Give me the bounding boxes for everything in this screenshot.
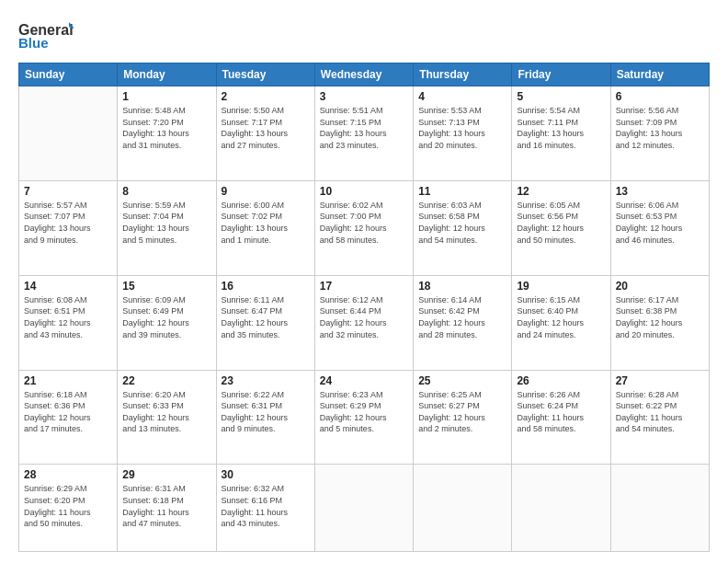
day-info: Sunrise: 6:05 AM Sunset: 6:56 PM Dayligh… (517, 200, 605, 246)
day-number: 23 (222, 374, 310, 387)
day-number: 20 (616, 280, 704, 293)
day-number: 16 (222, 280, 310, 293)
day-cell: 5Sunrise: 5:54 AM Sunset: 7:11 PM Daylig… (512, 86, 610, 181)
day-info: Sunrise: 6:31 AM Sunset: 6:18 PM Dayligh… (122, 483, 210, 529)
day-number: 8 (122, 185, 210, 198)
weekday-header-thursday: Thursday (414, 63, 512, 86)
day-cell: 27Sunrise: 6:28 AM Sunset: 6:22 PM Dayli… (610, 370, 709, 465)
weekday-header-monday: Monday (118, 63, 216, 86)
day-info: Sunrise: 6:22 AM Sunset: 6:31 PM Dayligh… (222, 389, 310, 435)
day-info: Sunrise: 6:18 AM Sunset: 6:36 PM Dayligh… (24, 389, 112, 435)
day-cell: 21Sunrise: 6:18 AM Sunset: 6:36 PM Dayli… (19, 370, 118, 465)
day-cell: 29Sunrise: 6:31 AM Sunset: 6:18 PM Dayli… (118, 465, 216, 552)
day-cell: 12Sunrise: 6:05 AM Sunset: 6:56 PM Dayli… (512, 180, 610, 275)
day-number: 2 (222, 90, 310, 103)
day-number: 21 (24, 374, 112, 387)
day-cell: 6Sunrise: 5:56 AM Sunset: 7:09 PM Daylig… (610, 86, 709, 181)
day-cell: 28Sunrise: 6:29 AM Sunset: 6:20 PM Dayli… (19, 465, 118, 552)
day-cell: 17Sunrise: 6:12 AM Sunset: 6:44 PM Dayli… (314, 275, 413, 370)
day-cell (414, 465, 512, 552)
day-cell: 18Sunrise: 6:14 AM Sunset: 6:42 PM Dayli… (414, 275, 512, 370)
day-cell: 16Sunrise: 6:11 AM Sunset: 6:47 PM Dayli… (216, 275, 314, 370)
day-info: Sunrise: 5:57 AM Sunset: 7:07 PM Dayligh… (24, 200, 112, 246)
week-row-5: 28Sunrise: 6:29 AM Sunset: 6:20 PM Dayli… (19, 465, 710, 552)
day-number: 11 (418, 185, 506, 198)
day-info: Sunrise: 5:54 AM Sunset: 7:11 PM Dayligh… (517, 105, 605, 151)
day-info: Sunrise: 5:48 AM Sunset: 7:20 PM Dayligh… (122, 105, 210, 151)
day-info: Sunrise: 5:51 AM Sunset: 7:15 PM Dayligh… (320, 105, 408, 151)
day-cell: 24Sunrise: 6:23 AM Sunset: 6:29 PM Dayli… (314, 370, 413, 465)
day-number: 4 (418, 90, 506, 103)
day-cell: 25Sunrise: 6:25 AM Sunset: 6:27 PM Dayli… (414, 370, 512, 465)
day-info: Sunrise: 6:23 AM Sunset: 6:29 PM Dayligh… (320, 389, 408, 435)
day-info: Sunrise: 6:28 AM Sunset: 6:22 PM Dayligh… (616, 389, 704, 435)
day-info: Sunrise: 6:29 AM Sunset: 6:20 PM Dayligh… (24, 483, 112, 529)
day-number: 17 (320, 280, 408, 293)
day-number: 6 (616, 90, 704, 103)
day-info: Sunrise: 6:09 AM Sunset: 6:49 PM Dayligh… (122, 294, 210, 340)
weekday-header-tuesday: Tuesday (216, 63, 314, 86)
weekday-header-wednesday: Wednesday (314, 63, 413, 86)
day-number: 19 (517, 280, 605, 293)
day-cell: 1Sunrise: 5:48 AM Sunset: 7:20 PM Daylig… (118, 86, 216, 181)
week-row-1: 1Sunrise: 5:48 AM Sunset: 7:20 PM Daylig… (19, 86, 710, 181)
weekday-header-row: SundayMondayTuesdayWednesdayThursdayFrid… (19, 63, 710, 86)
day-info: Sunrise: 6:03 AM Sunset: 6:58 PM Dayligh… (418, 200, 506, 246)
weekday-header-sunday: Sunday (19, 63, 118, 86)
day-cell: 10Sunrise: 6:02 AM Sunset: 7:00 PM Dayli… (314, 180, 413, 275)
day-cell: 9Sunrise: 6:00 AM Sunset: 7:02 PM Daylig… (216, 180, 314, 275)
day-number: 12 (517, 185, 605, 198)
day-info: Sunrise: 6:02 AM Sunset: 7:00 PM Dayligh… (320, 200, 408, 246)
day-info: Sunrise: 6:14 AM Sunset: 6:42 PM Dayligh… (418, 294, 506, 340)
day-number: 29 (122, 468, 210, 481)
day-number: 10 (320, 185, 408, 198)
week-row-3: 14Sunrise: 6:08 AM Sunset: 6:51 PM Dayli… (19, 275, 710, 370)
day-info: Sunrise: 6:15 AM Sunset: 6:40 PM Dayligh… (517, 294, 605, 340)
day-cell: 4Sunrise: 5:53 AM Sunset: 7:13 PM Daylig… (414, 86, 512, 181)
day-cell: 19Sunrise: 6:15 AM Sunset: 6:40 PM Dayli… (512, 275, 610, 370)
day-cell: 2Sunrise: 5:50 AM Sunset: 7:17 PM Daylig… (216, 86, 314, 181)
day-cell: 8Sunrise: 5:59 AM Sunset: 7:04 PM Daylig… (118, 180, 216, 275)
day-number: 18 (418, 280, 506, 293)
day-number: 30 (222, 468, 310, 481)
day-number: 15 (122, 280, 210, 293)
day-number: 28 (24, 468, 112, 481)
day-info: Sunrise: 6:32 AM Sunset: 6:16 PM Dayligh… (222, 483, 310, 529)
day-info: Sunrise: 6:25 AM Sunset: 6:27 PM Dayligh… (418, 389, 506, 435)
day-number: 27 (616, 374, 704, 387)
header: GeneralBlue (18, 15, 710, 53)
day-info: Sunrise: 5:56 AM Sunset: 7:09 PM Dayligh… (616, 105, 704, 151)
day-cell: 30Sunrise: 6:32 AM Sunset: 6:16 PM Dayli… (216, 465, 314, 552)
day-info: Sunrise: 5:50 AM Sunset: 7:17 PM Dayligh… (222, 105, 310, 151)
day-info: Sunrise: 6:08 AM Sunset: 6:51 PM Dayligh… (24, 294, 112, 340)
day-number: 24 (320, 374, 408, 387)
day-number: 13 (616, 185, 704, 198)
day-cell: 23Sunrise: 6:22 AM Sunset: 6:31 PM Dayli… (216, 370, 314, 465)
svg-text:Blue: Blue (18, 35, 49, 51)
day-info: Sunrise: 6:20 AM Sunset: 6:33 PM Dayligh… (122, 389, 210, 435)
day-cell: 20Sunrise: 6:17 AM Sunset: 6:38 PM Dayli… (610, 275, 709, 370)
day-number: 3 (320, 90, 408, 103)
day-cell (610, 465, 709, 552)
day-number: 1 (122, 90, 210, 103)
logo: GeneralBlue (18, 18, 74, 53)
day-info: Sunrise: 6:00 AM Sunset: 7:02 PM Dayligh… (222, 200, 310, 246)
day-cell (19, 86, 118, 181)
day-info: Sunrise: 6:26 AM Sunset: 6:24 PM Dayligh… (517, 389, 605, 435)
week-row-4: 21Sunrise: 6:18 AM Sunset: 6:36 PM Dayli… (19, 370, 710, 465)
day-number: 14 (24, 280, 112, 293)
day-info: Sunrise: 5:59 AM Sunset: 7:04 PM Dayligh… (122, 200, 210, 246)
day-cell: 3Sunrise: 5:51 AM Sunset: 7:15 PM Daylig… (314, 86, 413, 181)
day-info: Sunrise: 6:11 AM Sunset: 6:47 PM Dayligh… (222, 294, 310, 340)
day-info: Sunrise: 5:53 AM Sunset: 7:13 PM Dayligh… (418, 105, 506, 151)
weekday-header-friday: Friday (512, 63, 610, 86)
day-cell: 14Sunrise: 6:08 AM Sunset: 6:51 PM Dayli… (19, 275, 118, 370)
day-number: 5 (517, 90, 605, 103)
day-cell: 11Sunrise: 6:03 AM Sunset: 6:58 PM Dayli… (414, 180, 512, 275)
week-row-2: 7Sunrise: 5:57 AM Sunset: 7:07 PM Daylig… (19, 180, 710, 275)
logo-svg: GeneralBlue (18, 18, 74, 53)
day-cell: 26Sunrise: 6:26 AM Sunset: 6:24 PM Dayli… (512, 370, 610, 465)
day-number: 7 (24, 185, 112, 198)
day-info: Sunrise: 6:06 AM Sunset: 6:53 PM Dayligh… (616, 200, 704, 246)
day-cell: 22Sunrise: 6:20 AM Sunset: 6:33 PM Dayli… (118, 370, 216, 465)
